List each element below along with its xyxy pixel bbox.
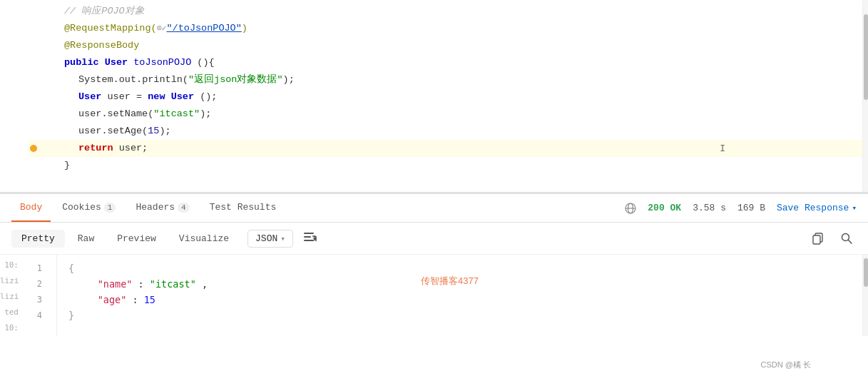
watermark-content: 传智播客4377	[421, 275, 479, 286]
tab-test-results[interactable]: Test Results	[201, 194, 285, 222]
cursor-indicator: I	[720, 141, 725, 157]
val-itcast: "itcast"	[150, 278, 196, 290]
json-line-1: {	[68, 260, 857, 276]
method-name: toJsonPOJO	[133, 57, 191, 68]
open-brace: {	[68, 263, 74, 274]
code-line-new-user: User user = new User ();	[29, 88, 868, 106]
json-response-content: 10: lizi lizi ted 10: 1 2 3 4 {	[0, 255, 868, 336]
globe-icon	[625, 203, 636, 214]
code-scrollbar[interactable]	[862, 0, 868, 193]
comma-1: ,	[202, 278, 208, 290]
json-line-4: }	[68, 308, 857, 323]
scrollbar-thumb	[864, 14, 868, 100]
sub-tab-raw[interactable]: Raw	[68, 230, 104, 248]
save-response-button[interactable]: Save Response ▾	[777, 203, 857, 213]
status-size: 169 B	[737, 203, 765, 213]
status-code: 200 OK	[648, 203, 681, 213]
line-wrap-icon	[302, 229, 317, 245]
status-globe	[625, 203, 636, 214]
tab-headers[interactable]: Headers 4	[127, 194, 198, 222]
kw-public: public	[64, 57, 99, 68]
tab-body-label: Body	[20, 202, 42, 213]
annotation-responsebody: @ResponseBody	[64, 40, 139, 51]
key-age: "age"	[98, 294, 127, 305]
left-label-ted: ted	[0, 305, 19, 320]
save-response-label: Save Response	[777, 203, 849, 213]
space-return: user;	[119, 143, 148, 153]
response-scrollbar[interactable]	[862, 255, 868, 336]
copy-button[interactable]	[808, 228, 828, 248]
sub-tab-bar: Pretty Raw Preview Visualize JSON ▾	[0, 223, 868, 255]
annotation-path: "/toJsonPOJO"	[166, 23, 241, 34]
code-line-println: System.out.println("返回json对象数据");	[29, 71, 868, 88]
system-out: System.	[78, 74, 119, 85]
sub-tab-pretty[interactable]: Pretty	[11, 230, 65, 248]
sub-tab-right-actions	[808, 228, 857, 248]
csdn-label-text: CSDN @橘 长	[761, 360, 811, 369]
csdn-watermark: CSDN @橘 长	[761, 360, 811, 370]
code-line-setage: user.setAge(15);	[29, 123, 868, 140]
format-selector[interactable]: JSON ▾	[247, 230, 293, 248]
user-setage: user.setAge(	[78, 126, 148, 136]
key-name: "name"	[98, 278, 133, 290]
colon-2: :	[132, 294, 143, 305]
println: .println(	[136, 74, 188, 85]
tab-bar-left: Body Cookies 1 Headers 4 Test Results	[11, 194, 285, 222]
println-close: );	[283, 74, 295, 85]
brace-close: }	[64, 160, 70, 171]
status-time: 3.58 s	[693, 203, 726, 213]
val-15: 15	[144, 294, 155, 305]
search-button[interactable]	[837, 228, 857, 248]
json-line-num-3: 3	[21, 292, 48, 308]
left-label-10-bot: 10:	[0, 320, 19, 336]
tab-cookies[interactable]: Cookies 1	[53, 194, 124, 222]
code-line-responsebody: @ResponseBody	[29, 37, 868, 54]
setname-close: );	[200, 108, 211, 119]
sub-tab-raw-label: Raw	[78, 233, 94, 244]
json-line-num-1: 1	[21, 260, 48, 276]
code-line-requestmapping: @RequestMapping(⊙✓"/toJsonPOJO")	[29, 20, 868, 37]
code-editor: // 响应POJO对象 @RequestMapping(⊙✓"/toJsonPO…	[0, 0, 868, 193]
chevron-down-icon: ▾	[852, 203, 857, 213]
svg-line-9	[849, 240, 852, 244]
json-line-3: "age" : 15	[68, 292, 857, 308]
num-15: 15	[148, 126, 159, 136]
code-line-setname: user.setName("itcast");	[29, 106, 868, 123]
kw-return: return	[78, 143, 113, 153]
sub-tab-pretty-label: Pretty	[21, 233, 55, 244]
sub-tab-visualize[interactable]: Visualize	[169, 230, 239, 248]
tab-test-results-label: Test Results	[210, 202, 277, 213]
colon-1: :	[138, 278, 150, 290]
chevron-down-icon-2: ▾	[280, 234, 285, 243]
tab-bar-right: 200 OK 3.58 s 169 B Save Response ▾	[625, 203, 857, 214]
code-line-return: return user; I	[29, 140, 868, 157]
class-user: User	[105, 57, 128, 68]
tab-cookies-label: Cookies	[62, 202, 101, 213]
response-tab-bar: Body Cookies 1 Headers 4 Test Results	[0, 194, 868, 223]
code-line-close: }	[29, 157, 868, 174]
json-line-numbers: 1 2 3 4	[21, 255, 57, 336]
sub-tab-visualize-label: Visualize	[179, 233, 229, 244]
tab-body[interactable]: Body	[11, 194, 51, 222]
left-side-labels-response: 10: lizi lizi ted 10:	[0, 255, 21, 336]
code-line-method-decl: public User toJsonPOJO (){	[29, 54, 868, 71]
svg-rect-5	[304, 240, 314, 241]
sub-tab-preview[interactable]: Preview	[107, 230, 166, 248]
icon-circle: ⊙	[157, 24, 162, 34]
string-json-data: "返回json对象数据"	[188, 74, 283, 85]
class-user2: User	[78, 91, 101, 102]
line-wrap-button[interactable]	[302, 229, 317, 248]
setage-close: );	[159, 126, 170, 136]
left-label-lizi2: lizi	[0, 289, 19, 305]
user-var: user =	[108, 91, 148, 102]
copy-icon	[812, 232, 824, 245]
headers-badge: 4	[178, 203, 190, 213]
response-panel: Body Cookies 1 Headers 4 Test Results	[0, 193, 868, 376]
json-line-num-2: 2	[21, 276, 48, 292]
json-line-num-4: 4	[21, 308, 48, 323]
json-lines: { "name" : "itcast" , "age" : 15 }	[57, 255, 868, 336]
svg-rect-3	[304, 233, 314, 234]
format-label: JSON	[255, 233, 277, 244]
parens-semi: ();	[200, 91, 217, 102]
code-lines: // 响应POJO对象 @RequestMapping(⊙✓"/toJsonPO…	[0, 0, 868, 177]
